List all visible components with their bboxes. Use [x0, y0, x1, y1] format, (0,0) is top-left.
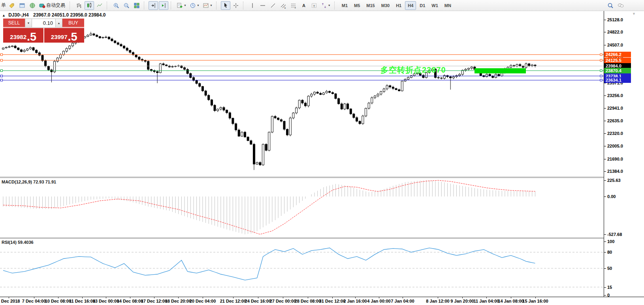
volume-up-button[interactable]: ▲ — [55, 19, 62, 28]
arrows-glyph — [321, 2, 327, 9]
templates-button[interactable]: ▼ — [201, 1, 214, 10]
vertical-line-glyph — [249, 2, 256, 9]
tile-windows-button[interactable] — [132, 1, 141, 10]
sell-price-box[interactable]: 23982 .5 — [3, 28, 43, 43]
text-label-glyph: T — [311, 2, 317, 9]
timeframe-mn-button[interactable]: MN — [442, 1, 454, 10]
date-label: 5 Dec 2018 — [0, 299, 20, 303]
price-tick-label: 24822.0 — [607, 30, 623, 34]
price-tick — [604, 133, 606, 134]
price-tick-label: 22005.0 — [607, 144, 623, 148]
timeframe-m15-button[interactable]: M15 — [363, 1, 377, 10]
market-watch-icon[interactable] — [17, 1, 27, 10]
pane-divider-macd[interactable] — [0, 177, 604, 178]
rsi-scale-label: 15 — [607, 285, 612, 290]
timeframe-h1-button[interactable]: H1 — [393, 1, 404, 10]
collapse-icon[interactable]: ▲ — [2, 13, 6, 17]
line-left-anchor[interactable] — [1, 79, 3, 81]
zoom-in-button[interactable] — [111, 1, 121, 10]
text-label-button[interactable]: T — [309, 1, 319, 10]
text-button[interactable]: A — [299, 1, 309, 10]
horizontal-line-button[interactable] — [258, 1, 267, 10]
tile-windows-glyph — [134, 2, 140, 9]
arrows-button[interactable]: ▼ — [320, 1, 332, 10]
macd-tick — [604, 180, 606, 181]
line-left-anchor[interactable] — [1, 70, 3, 72]
auto-scroll-button[interactable] — [159, 1, 168, 10]
zoom-out-button[interactable] — [122, 1, 131, 10]
chart-header: ▲ DJ30-,H4 23967.0 24051.0 23956.0 23984… — [2, 12, 105, 18]
timeframe-m1-button[interactable]: M1 — [339, 1, 350, 10]
timeframe-h4-button[interactable]: H4 — [405, 1, 416, 10]
price-tick — [604, 108, 606, 109]
pane-divider-rsi[interactable] — [0, 238, 604, 239]
equidistant-channel-button[interactable]: E — [279, 1, 288, 10]
fibonacci-button[interactable]: F — [289, 1, 298, 10]
volume-input[interactable]: 0.10 — [32, 19, 55, 28]
sell-button[interactable]: SELL — [3, 19, 25, 28]
signals-icon[interactable] — [28, 1, 37, 10]
timeframe-m5-button[interactable]: M5 — [351, 1, 363, 10]
time-tick — [106, 297, 106, 298]
line-left-anchor[interactable] — [1, 75, 3, 77]
periods-button[interactable]: ▼ — [188, 1, 201, 10]
crosshair-button[interactable] — [231, 1, 241, 10]
chart-shift-button[interactable] — [149, 1, 158, 10]
periods-button-dropdown-icon[interactable]: ▼ — [197, 4, 200, 7]
buy-button[interactable]: BUY — [62, 19, 84, 28]
time-axis-line[interactable] — [0, 297, 644, 297]
candlestick-chart-button[interactable] — [85, 1, 94, 10]
rsi-line — [3, 248, 535, 280]
chat-icon[interactable] — [616, 1, 625, 10]
line-right-anchor[interactable] — [600, 59, 602, 61]
line-left-anchor[interactable] — [1, 54, 3, 56]
line-chart-button[interactable] — [95, 1, 104, 10]
timeframe-d1-button[interactable]: D1 — [417, 1, 428, 10]
time-tick — [438, 297, 438, 298]
price-tick — [604, 20, 606, 20]
chart-annotation-text[interactable]: 多空转折点23870 — [380, 65, 446, 75]
volume-down-button[interactable]: ▼ — [25, 19, 32, 28]
line-right-anchor[interactable] — [600, 54, 602, 56]
date-label: 11 Jan 04:00 — [474, 299, 499, 303]
autotrading-button[interactable]: 自动交易 — [38, 1, 67, 10]
trendline-button[interactable] — [268, 1, 278, 10]
candlestick-series — [2, 32, 536, 170]
rsi-scale-label: 100 — [607, 239, 614, 244]
price-tick-label: 24507.0 — [607, 43, 623, 47]
line-right-anchor[interactable] — [600, 75, 602, 77]
search-icon[interactable] — [606, 1, 615, 10]
indicators-button[interactable]: ▼ — [175, 1, 188, 10]
bar-chart-button[interactable] — [74, 1, 84, 10]
macd-scale-label: 225.63 — [607, 178, 621, 183]
time-tick — [535, 297, 536, 298]
toolbar-separator — [144, 2, 147, 9]
buy-price-box[interactable]: 23997 .5 — [44, 28, 85, 43]
arrows-button-dropdown-icon[interactable]: ▼ — [328, 4, 331, 7]
line-left-anchor[interactable] — [1, 59, 3, 61]
highlight-rectangle[interactable] — [475, 68, 526, 73]
symbol-period-label: DJ30-,H4 — [8, 12, 28, 18]
new-order-icon[interactable] — [7, 1, 17, 10]
line-right-anchor[interactable] — [600, 79, 602, 81]
price-tick — [604, 146, 606, 146]
toolbar: 单自动交易▼▼▼EFAT▼M1M5M15M30H1H4D1W1MN — [0, 0, 644, 11]
time-tick — [82, 297, 83, 298]
indicators-button-dropdown-icon[interactable]: ▼ — [184, 4, 186, 7]
vertical-line-button[interactable] — [248, 1, 257, 10]
line-right-anchor[interactable] — [600, 70, 602, 72]
price-tick-label: 23256.0 — [607, 93, 623, 98]
cursor-button[interactable] — [221, 1, 230, 10]
toolbar-separator — [216, 2, 219, 9]
timeframe-w1-button[interactable]: W1 — [429, 1, 441, 10]
chart-canvas[interactable] — [0, 0, 644, 305]
timeframe-m30-button[interactable]: M30 — [378, 1, 392, 10]
templates-button-dropdown-icon[interactable]: ▼ — [210, 4, 213, 7]
rsi-tick — [604, 252, 606, 253]
time-tick — [403, 297, 403, 298]
chart-scroll-icon[interactable]: ▼ — [632, 12, 636, 16]
toolbar-separator — [171, 2, 173, 9]
rsi-scale-label: 50 — [607, 266, 612, 271]
date-label: 11 Dec 16:00 — [69, 299, 95, 303]
price-tick — [604, 32, 606, 32]
